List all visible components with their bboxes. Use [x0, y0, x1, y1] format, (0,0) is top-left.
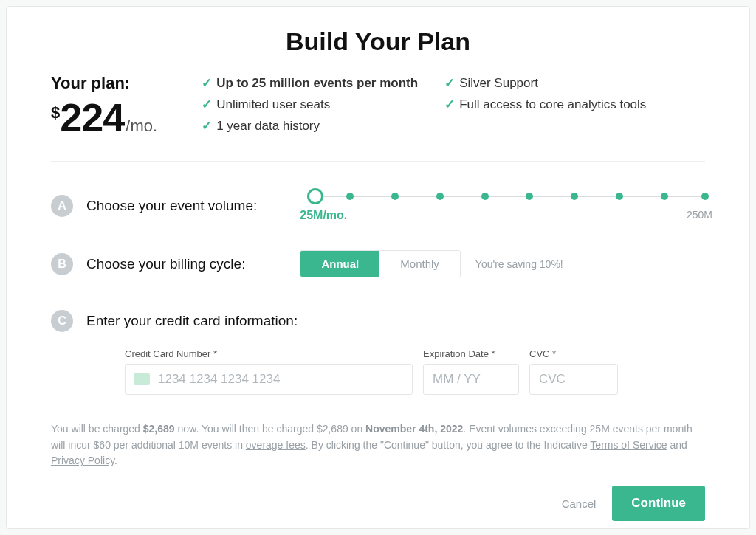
check-icon: ✓: [202, 119, 212, 133]
terms-of-service-link[interactable]: Terms of Service: [590, 439, 667, 451]
price-amount: 224: [60, 94, 124, 140]
slider-max-label: 250M: [687, 209, 712, 221]
cancel-button[interactable]: Cancel: [562, 497, 597, 510]
price-block: Your plan: $ 224 /mo.: [51, 74, 157, 140]
cc-fields: Credit Card Number * Expiration Date * C…: [125, 348, 705, 395]
slider-tick[interactable]: [661, 193, 668, 200]
slider-tick[interactable]: [391, 193, 399, 200]
slider-tick[interactable]: [346, 193, 354, 200]
cc-cvc-label: CVC *: [529, 348, 618, 359]
price-row: $ 224 /mo.: [51, 94, 157, 140]
cc-exp-field: Expiration Date *: [423, 348, 519, 395]
feature-list: ✓Up to 25 million events per month ✓Silv…: [202, 75, 646, 140]
price-period: /mo.: [126, 117, 157, 136]
feature-item: ✓Up to 25 million events per month: [202, 75, 418, 91]
cc-exp-input[interactable]: [423, 364, 519, 395]
slider-selected-label: 25M/mo.: [300, 209, 347, 222]
cc-number-label: Credit Card Number *: [125, 348, 413, 359]
cc-cvc-input[interactable]: [529, 364, 618, 395]
feature-item: ✓1 year data history: [202, 118, 418, 134]
feature-item: ✓Silver Support: [444, 75, 646, 91]
check-icon: ✓: [444, 97, 455, 111]
slider-tick[interactable]: [701, 193, 709, 200]
privacy-policy-link[interactable]: Privacy Policy: [51, 455, 114, 466]
billing-toggle-wrap: Annual Monthly You're saving 10%!: [300, 250, 563, 277]
step-credit-card: C Enter your credit card information: Cr…: [51, 310, 705, 395]
slider-tick[interactable]: [616, 193, 623, 200]
card-icon: [134, 373, 150, 385]
cc-exp-label: Expiration Date *: [423, 348, 519, 359]
overage-fees-link[interactable]: overage fees: [246, 439, 306, 451]
billing-annual-button[interactable]: Annual: [300, 251, 379, 277]
billing-toggle: Annual Monthly: [300, 250, 460, 277]
currency-symbol: $: [51, 103, 60, 122]
legal-text: You will be charged $2,689 now. You will…: [51, 421, 705, 469]
slider-tick[interactable]: [526, 193, 533, 200]
check-icon: ✓: [202, 76, 212, 90]
slider-tick[interactable]: [436, 193, 444, 200]
cc-cvc-field: CVC *: [529, 348, 618, 395]
check-icon: ✓: [202, 97, 212, 111]
slider-thumb[interactable]: [307, 188, 323, 204]
check-icon: ✓: [444, 76, 455, 90]
slider-track: [313, 196, 705, 197]
action-row: Cancel Continue: [51, 486, 705, 521]
billing-monthly-button[interactable]: Monthly: [379, 251, 460, 277]
step-label-cc: Enter your credit card information:: [86, 313, 298, 329]
step-badge-b: B: [51, 253, 73, 275]
step-label-billing: Choose your billing cycle:: [86, 256, 245, 272]
volume-slider[interactable]: 25M/mo. 250M: [300, 188, 705, 224]
cc-number-input[interactable]: [125, 364, 413, 395]
savings-note: You're saving 10%!: [475, 258, 563, 270]
step-volume: A Choose your event volume: 25M/mo. 250M: [51, 188, 705, 224]
feature-item: ✓Full access to core analytics tools: [444, 97, 646, 112]
step-billing: B Choose your billing cycle: Annual Mont…: [51, 250, 705, 277]
step-badge-a: A: [51, 195, 73, 217]
plan-builder-card: Build Your Plan Your plan: $ 224 /mo. ✓U…: [6, 6, 750, 529]
slider-tick[interactable]: [481, 193, 489, 200]
feature-item: ✓Unlimited user seats: [202, 97, 418, 112]
page-title: Build Your Plan: [51, 27, 705, 56]
plan-label: Your plan:: [51, 74, 157, 93]
cc-number-field: Credit Card Number *: [125, 348, 413, 395]
step-badge-c: C: [51, 310, 73, 332]
continue-button[interactable]: Continue: [612, 486, 705, 521]
step-label-volume: Choose your event volume:: [86, 198, 257, 214]
slider-tick[interactable]: [571, 193, 578, 200]
plan-summary: Your plan: $ 224 /mo. ✓Up to 25 million …: [51, 74, 705, 162]
